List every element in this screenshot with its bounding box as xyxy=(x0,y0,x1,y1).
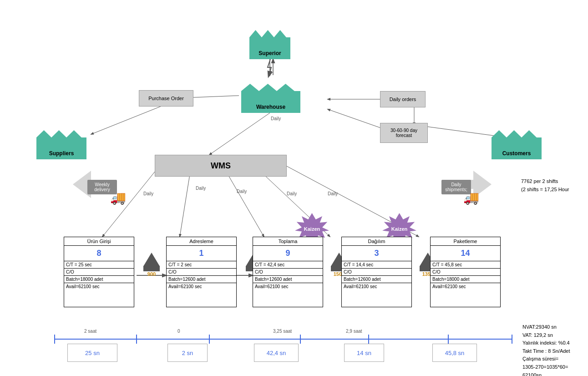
paketleme-ct: C/T = 45,8 sec xyxy=(431,261,500,268)
nvat-label: NVAT:29340 sn xyxy=(522,323,570,331)
dagilim-ct: C/T = 14,4 sec xyxy=(342,261,411,268)
sn-val-5: 45,8 sn xyxy=(445,350,465,356)
yalınlık-label: Yalınlık indeksi: %0.4 xyxy=(522,339,570,347)
dagilim-title: Dağılım xyxy=(342,237,411,246)
kaizen-1-label: Kaizen xyxy=(304,226,320,232)
urun-girisi-batch: Batch=18000 adet xyxy=(64,275,134,283)
op-val-urun: 900 xyxy=(143,271,160,277)
urun-girisi-number: 8 xyxy=(64,246,134,261)
paketleme-title: Paketleme xyxy=(431,237,500,246)
sn-val-1: 25 sn xyxy=(85,350,100,356)
dagilim-number: 3 xyxy=(342,246,411,261)
sn-val-4: 14 sn xyxy=(357,350,371,356)
time-label-2: 0 xyxy=(177,329,180,334)
warehouse-label: Warehouse xyxy=(241,104,300,110)
adresleme-number: 1 xyxy=(167,246,236,261)
forecast-box: 30-60-90 dayforecast xyxy=(380,123,428,143)
adresleme-co: C/O xyxy=(167,268,236,275)
paketleme-number: 14 xyxy=(431,246,500,261)
adresleme-ct: C/T = 2 sec xyxy=(167,261,236,268)
process-dagilim: Dağılım 3 C/T = 14,4 sec C/O Batch=12600… xyxy=(341,237,412,307)
process-urun-girisi: Ürün Girişi 8 C/T = 25 sec C/O Batch=180… xyxy=(64,237,134,307)
svg-line-6 xyxy=(209,113,270,155)
daily-label-5: Daily xyxy=(328,191,338,196)
toplama-title: Toplama xyxy=(253,237,323,246)
purchase-order-box: Purchase Order xyxy=(139,90,193,107)
delivery-truck-right: 🚚 xyxy=(463,190,479,205)
toplama-ct: C/T = 42,4 sec xyxy=(253,261,323,268)
paketleme-avail: Avail=62100 sec xyxy=(431,283,500,290)
urun-girisi-co: C/O xyxy=(64,268,134,275)
dagilim-co: C/O xyxy=(342,268,411,275)
svg-line-12 xyxy=(416,125,501,137)
daily-label-4: Daily xyxy=(287,191,297,196)
vat-label: VAT: 129,2 sn xyxy=(522,331,570,340)
sn-box-2: 2 sn xyxy=(167,344,208,362)
takt-label: Takt Time : 8 Sn/Adet xyxy=(522,347,570,356)
urun-girisi-ct: C/T = 25 sec xyxy=(64,261,134,268)
shift-stats: 7762 per 2 shifts (2 shifts = 17,25 Hour xyxy=(521,178,569,193)
dagilim-batch: Batch=12600 adet xyxy=(342,275,411,283)
sn-box-4: 14 sn xyxy=(344,344,384,362)
process-paketleme: Paketleme 14 C/T = 45,8 sec C/O Batch=18… xyxy=(430,237,501,307)
calisma-label: Çalışma süresi= xyxy=(522,355,570,363)
daily-label: Daily xyxy=(271,116,281,121)
forecast-label: 30-60-90 dayforecast xyxy=(390,128,417,138)
svg-line-9 xyxy=(223,166,264,237)
time-label-1: 2 saat xyxy=(84,329,96,334)
customers-label: Customers xyxy=(492,150,542,157)
daily-label-2: Daily xyxy=(196,186,206,191)
process-adresleme: Adresleme 1 C/T = 2 sec C/O Batch=12600 … xyxy=(166,237,237,307)
summary-stats: NVAT:29340 sn VAT: 129,2 sn Yalınlık ind… xyxy=(522,323,570,376)
time-label-3: 3,25 saat xyxy=(273,329,292,334)
calisma2-label: 1305-270=1035*60= xyxy=(522,363,570,371)
time-label-4: 2,9 saat xyxy=(346,329,362,334)
customers-factory: Customers xyxy=(492,123,542,159)
operator-urun: 900 xyxy=(143,253,160,277)
wms-box: WMS xyxy=(155,155,287,177)
adresleme-batch: Batch=12600 adet xyxy=(167,275,236,283)
paketleme-co: C/O xyxy=(431,268,500,275)
daily-label-1: Daily xyxy=(143,191,153,196)
adresleme-title: Adresleme xyxy=(167,237,236,246)
calisma3-label: 62100sn xyxy=(522,371,570,376)
adresleme-avail: Avail=62100 sec xyxy=(167,283,236,290)
toplama-batch: Batch=12600 adet xyxy=(253,275,323,283)
toplama-avail: Avail=62100 sec xyxy=(253,283,323,290)
daily-orders-box: Daily orders xyxy=(380,91,426,107)
sn-val-3: 42,4 sn xyxy=(267,350,286,356)
wms-label: WMS xyxy=(211,161,231,171)
svg-line-5 xyxy=(328,109,386,130)
sn-val-2: 2 sn xyxy=(182,350,193,356)
daily-label-3: Daily xyxy=(237,189,247,194)
superior-label: Superior xyxy=(249,50,290,56)
sn-box-1: 25 sn xyxy=(67,344,117,362)
sn-box-3: 42,4 sn xyxy=(254,344,299,362)
toplama-number: 9 xyxy=(253,246,323,261)
warehouse-factory: Warehouse xyxy=(241,76,300,113)
purchase-order-label: Purchase Order xyxy=(148,96,184,101)
suppliers-label: Suppliers xyxy=(36,150,86,157)
paketleme-batch: Batch=18000 adet xyxy=(431,275,500,283)
delivery-truck-left: 🚚 xyxy=(110,190,126,205)
kaizen-2-label: Kaizen xyxy=(391,226,407,232)
process-toplama: Toplama 9 C/T = 42,4 sec C/O Batch=12600… xyxy=(253,237,323,307)
per-shift-label: 7762 per 2 shifts xyxy=(521,178,558,184)
suppliers-factory: Suppliers xyxy=(36,123,86,159)
toplama-co: C/O xyxy=(253,268,323,275)
urun-girisi-avail: Avail=62100 sec xyxy=(64,283,134,290)
urun-girisi-title: Ürün Girişi xyxy=(64,237,134,246)
dagilim-avail: Avail=62100 sec xyxy=(342,283,411,290)
sn-box-5: 45,8 sn xyxy=(432,344,477,362)
svg-line-8 xyxy=(180,166,191,237)
daily-orders-label: Daily orders xyxy=(390,97,416,102)
superior-factory: Superior xyxy=(249,23,290,59)
shifts-hours-label: (2 shifts = 17,25 Hour xyxy=(521,187,569,192)
